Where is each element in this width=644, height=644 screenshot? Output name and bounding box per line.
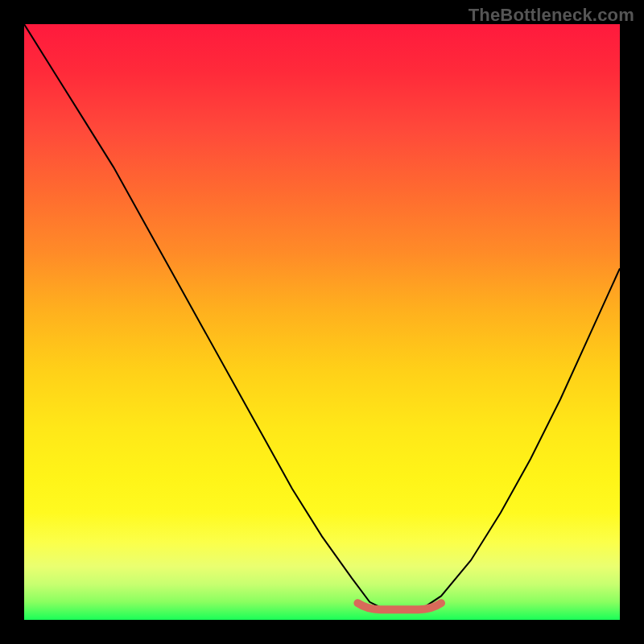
chart-frame: TheBottleneck.com <box>0 0 644 644</box>
chart-overlay <box>24 24 620 620</box>
watermark-text: TheBottleneck.com <box>469 5 634 26</box>
plot-area <box>24 24 620 620</box>
bottleneck-curve <box>24 24 620 608</box>
